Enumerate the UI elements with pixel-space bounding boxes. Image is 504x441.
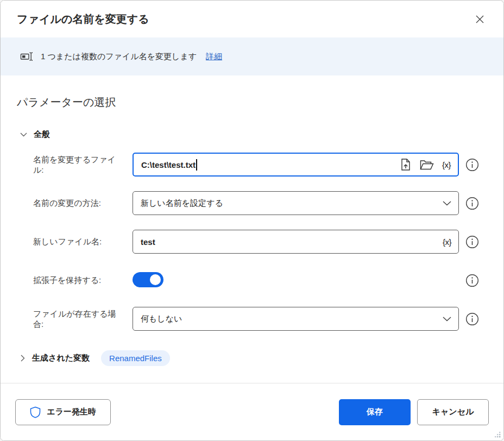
chevron-down-icon — [443, 201, 451, 206]
new-file-name-input[interactable]: test {x} — [133, 230, 459, 254]
select-folder-button[interactable] — [420, 159, 434, 171]
chevron-down-icon — [20, 133, 27, 137]
info-icon[interactable] — [465, 235, 479, 249]
close-button[interactable] — [470, 9, 489, 29]
toggle-knob — [150, 274, 161, 285]
action-info-banner: 1 つまたは複数のファイル名を変更します 詳細 — [1, 37, 503, 75]
cancel-button[interactable]: キャンセル — [417, 399, 489, 425]
dialog-header: ファイルの名前を変更する — [1, 1, 503, 37]
file-to-rename-value: C:\test\test.txt — [141, 160, 196, 169]
field-row-keep-extension: 拡張子を保持する: — [33, 268, 487, 292]
field-row-file-to-rename: 名前を変更するファイル: C:\test\test.txt — [33, 153, 487, 177]
rename-file-dialog: ファイルの名前を変更する 1 つまたは複数のファイル名を変更します 詳細 パラメ… — [0, 0, 504, 441]
chevron-right-icon — [21, 355, 25, 362]
on-error-label: エラー発生時 — [47, 407, 96, 417]
action-description: 1 つまたは複数のファイル名を変更します — [41, 52, 197, 62]
dialog-content: パラメーターの選択 全般 名前を変更するファイル: C:\test\test.t… — [1, 75, 503, 383]
info-icon[interactable] — [465, 312, 479, 326]
rename-method-value: 新しい名前を設定する — [141, 198, 223, 209]
info-icon[interactable] — [465, 197, 479, 210]
info-icon[interactable] — [465, 274, 479, 287]
produced-variable-pill[interactable]: RenamedFiles — [101, 350, 170, 366]
field-label: 名前を変更するファイル: — [33, 154, 133, 175]
dialog-footer: エラー発生時 保存 キャンセル — [1, 383, 503, 440]
field-row-rename-method: 名前の変更の方法: 新しい名前を設定する — [33, 191, 487, 215]
section-general-header[interactable]: 全般 — [20, 129, 487, 140]
field-label: 名前の変更の方法: — [33, 198, 133, 209]
field-label: 新しいファイル名: — [33, 236, 133, 247]
variable-picker-button[interactable]: {x} — [442, 160, 451, 169]
text-caret — [196, 159, 197, 171]
select-file-button[interactable] — [400, 158, 412, 171]
resize-grip[interactable] — [492, 429, 502, 439]
parameters-heading: パラメーターの選択 — [17, 95, 487, 110]
close-icon — [475, 15, 484, 24]
chevron-down-icon — [443, 317, 451, 322]
field-label: ファイルが存在する場合: — [33, 308, 133, 330]
field-row-new-file-name: 新しいファイル名: test {x} — [33, 230, 487, 254]
info-icon[interactable] — [465, 158, 479, 172]
variable-picker-button[interactable]: {x} — [443, 237, 451, 247]
save-button[interactable]: 保存 — [339, 399, 411, 425]
if-file-exists-dropdown[interactable]: 何もしない — [133, 307, 459, 331]
file-to-rename-input[interactable]: C:\test\test.txt — [133, 153, 459, 177]
details-link[interactable]: 詳細 — [206, 52, 222, 62]
section-general-label: 全般 — [34, 129, 50, 140]
dialog-title: ファイルの名前を変更する — [17, 12, 149, 27]
field-label: 拡張子を保持する: — [33, 275, 133, 286]
rename-method-dropdown[interactable]: 新しい名前を設定する — [133, 191, 459, 215]
produced-variables-label[interactable]: 生成された変数 — [32, 353, 90, 363]
shield-icon — [30, 406, 41, 418]
new-file-name-value: test — [141, 237, 155, 247]
keep-extension-toggle[interactable] — [133, 272, 163, 287]
field-row-if-file-exists: ファイルが存在する場合: 何もしない — [33, 307, 487, 331]
if-file-exists-value: 何もしない — [141, 314, 182, 324]
produced-variables-row: 生成された変数 RenamedFiles — [21, 350, 487, 366]
on-error-button[interactable]: エラー発生時 — [15, 399, 111, 425]
rename-icon — [20, 50, 34, 63]
